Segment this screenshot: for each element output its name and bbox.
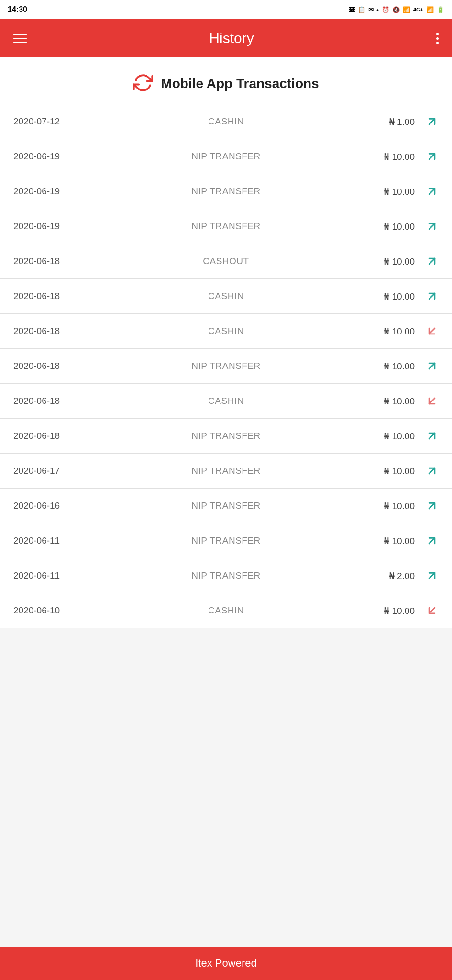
menu-button[interactable] <box>13 34 27 43</box>
transaction-date: 2020-06-19 <box>13 186 99 197</box>
transaction-direction-icon <box>419 324 439 338</box>
transaction-date: 2020-06-11 <box>13 535 99 546</box>
svg-line-9 <box>429 433 435 439</box>
section-header: Mobile App Transactions <box>0 57 452 104</box>
transaction-amount: ₦ 10.00 <box>353 326 415 337</box>
transaction-direction-icon <box>419 115 439 128</box>
mute-icon: 🔇 <box>392 6 400 13</box>
transaction-amount: ₦ 10.00 <box>353 291 415 302</box>
transaction-amount: ₦ 10.00 <box>353 466 415 477</box>
svg-line-0 <box>429 119 435 124</box>
navbar: History <box>0 19 452 57</box>
transaction-row[interactable]: 2020-06-18 CASHIN ₦ 10.00 <box>0 279 452 314</box>
4g-label: 4G+ <box>413 7 423 12</box>
transaction-row[interactable]: 2020-06-16 NIP TRANSFER ₦ 10.00 <box>0 489 452 523</box>
transaction-row[interactable]: 2020-06-11 NIP TRANSFER ₦ 2.00 <box>0 558 452 593</box>
transaction-date: 2020-06-16 <box>13 501 99 511</box>
gmail-icon: ✉ <box>368 6 374 13</box>
more-button[interactable] <box>436 33 439 44</box>
transaction-amount: ₦ 1.00 <box>353 116 415 127</box>
transaction-date: 2020-07-12 <box>13 116 99 127</box>
svg-line-1 <box>429 154 435 159</box>
alarm-icon: ⏰ <box>382 6 389 13</box>
transaction-row[interactable]: 2020-06-11 NIP TRANSFER ₦ 10.00 <box>0 523 452 558</box>
transaction-date: 2020-06-19 <box>13 221 99 232</box>
transaction-date: 2020-06-18 <box>13 361 99 371</box>
transaction-direction-icon <box>419 569 439 582</box>
transaction-date: 2020-06-18 <box>13 431 99 441</box>
transaction-row[interactable]: 2020-06-18 NIP TRANSFER ₦ 10.00 <box>0 419 452 454</box>
message-icon: 📋 <box>358 6 365 13</box>
transaction-row[interactable]: 2020-06-19 NIP TRANSFER ₦ 10.00 <box>0 174 452 209</box>
transaction-direction-icon <box>419 255 439 268</box>
transaction-direction-icon <box>419 220 439 233</box>
transaction-amount: ₦ 10.00 <box>353 431 415 442</box>
transaction-row[interactable]: 2020-06-18 CASHIN ₦ 10.00 <box>0 314 452 349</box>
status-bar: 14:30 🖼 📋 ✉ • ⏰ 🔇 📶 4G+ 📶 🔋 <box>0 0 452 19</box>
photo-icon: 🖼 <box>349 6 355 13</box>
transaction-amount: ₦ 10.00 <box>353 605 415 616</box>
transaction-direction-icon <box>419 604 439 617</box>
transaction-amount: ₦ 10.00 <box>353 221 415 232</box>
transaction-type: NIP TRANSFER <box>104 501 348 511</box>
svg-line-13 <box>429 573 435 579</box>
transaction-type: CASHOUT <box>104 256 348 267</box>
transaction-row[interactable]: 2020-07-12 CASHIN ₦ 1.00 <box>0 104 452 139</box>
transaction-row[interactable]: 2020-06-10 CASHIN ₦ 10.00 <box>0 593 452 628</box>
transaction-direction-icon <box>419 464 439 478</box>
transaction-row[interactable]: 2020-06-17 NIP TRANSFER ₦ 10.00 <box>0 454 452 489</box>
transaction-type: NIP TRANSFER <box>104 361 348 371</box>
svg-line-12 <box>429 538 435 544</box>
transaction-date: 2020-06-18 <box>13 326 99 336</box>
dot-icon: • <box>376 6 379 13</box>
footer: Itex Powered <box>0 947 452 980</box>
transaction-list: 2020-07-12 CASHIN ₦ 1.00 2020-06-19 NIP … <box>0 104 452 628</box>
transaction-type: NIP TRANSFER <box>104 186 348 197</box>
transaction-amount: ₦ 10.00 <box>353 501 415 512</box>
transaction-amount: ₦ 10.00 <box>353 151 415 162</box>
transaction-type: NIP TRANSFER <box>104 221 348 232</box>
transaction-direction-icon <box>419 394 439 408</box>
battery-icon: 🔋 <box>437 6 444 13</box>
transaction-date: 2020-06-18 <box>13 291 99 301</box>
transaction-direction-icon <box>419 429 439 443</box>
transaction-date: 2020-06-18 <box>13 396 99 406</box>
transaction-type: NIP TRANSFER <box>104 431 348 441</box>
transaction-type: CASHIN <box>104 291 348 301</box>
transaction-date: 2020-06-11 <box>13 570 99 581</box>
transaction-date: 2020-06-18 <box>13 256 99 267</box>
transaction-direction-icon <box>419 150 439 163</box>
status-time: 14:30 <box>8 5 27 14</box>
svg-line-6 <box>429 328 435 334</box>
transaction-direction-icon <box>419 534 439 547</box>
transaction-amount: ₦ 10.00 <box>353 186 415 197</box>
transaction-amount: ₦ 10.00 <box>353 396 415 407</box>
transaction-row[interactable]: 2020-06-19 NIP TRANSFER ₦ 10.00 <box>0 209 452 244</box>
svg-line-8 <box>429 398 435 404</box>
transaction-type: CASHIN <box>104 605 348 616</box>
transaction-direction-icon <box>419 290 439 303</box>
signal2-icon: 📶 <box>426 6 434 13</box>
transaction-row[interactable]: 2020-06-18 CASHOUT ₦ 10.00 <box>0 244 452 279</box>
transaction-date: 2020-06-10 <box>13 605 99 616</box>
transaction-row[interactable]: 2020-06-18 CASHIN ₦ 10.00 <box>0 384 452 419</box>
svg-line-7 <box>429 363 435 369</box>
section-title: Mobile App Transactions <box>161 76 319 91</box>
svg-line-11 <box>429 503 435 509</box>
svg-line-3 <box>429 223 435 229</box>
transaction-row[interactable]: 2020-06-18 NIP TRANSFER ₦ 10.00 <box>0 349 452 384</box>
transaction-row[interactable]: 2020-06-19 NIP TRANSFER ₦ 10.00 <box>0 139 452 174</box>
transaction-type: CASHIN <box>104 396 348 406</box>
transaction-date: 2020-06-17 <box>13 466 99 476</box>
transaction-amount: ₦ 2.00 <box>353 570 415 581</box>
svg-line-4 <box>429 258 435 264</box>
page-title: History <box>209 30 254 46</box>
svg-line-10 <box>429 468 435 474</box>
refresh-icon <box>133 73 153 95</box>
transaction-direction-icon <box>419 185 439 198</box>
transaction-type: NIP TRANSFER <box>104 570 348 581</box>
transaction-direction-icon <box>419 499 439 512</box>
svg-line-5 <box>429 293 435 299</box>
transaction-type: NIP TRANSFER <box>104 151 348 162</box>
transaction-amount: ₦ 10.00 <box>353 535 415 546</box>
